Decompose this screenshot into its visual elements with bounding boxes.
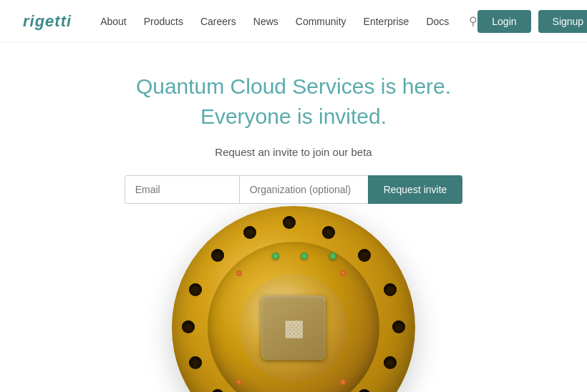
chip-logo-mark: ▩ [283, 315, 304, 340]
chip-center: ▩ [261, 295, 326, 360]
nav-careers[interactable]: Careers [200, 16, 236, 27]
chip-outer-ring: ▩ [172, 206, 415, 392]
email-input[interactable] [125, 175, 239, 204]
site-header: rigetti About Products Careers News Comm… [0, 0, 587, 43]
hero-title-line1: Quantum Cloud Services is here. [136, 74, 451, 98]
search-icon[interactable]: ⚲ [469, 14, 477, 28]
hole [211, 389, 224, 392]
hole [182, 320, 195, 333]
chip-middle-ring: ▩ [208, 242, 379, 392]
quantum-chip-image: ▩ [172, 206, 415, 392]
main-nav: About Products Careers News Community En… [100, 14, 477, 28]
hero-subtitle: Request an invite to join our beta [14, 146, 573, 158]
nav-docs[interactable]: Docs [426, 16, 449, 27]
hole [189, 356, 202, 369]
hole [322, 226, 335, 239]
hero-title: Quantum Cloud Services is here. Everyone… [14, 72, 573, 132]
green-dot [301, 253, 308, 260]
copper-pin [236, 379, 242, 385]
hole [211, 249, 224, 262]
hero-section: Quantum Cloud Services is here. Everyone… [0, 43, 587, 218]
organization-input[interactable] [239, 175, 368, 204]
hole [358, 389, 371, 392]
nav-products[interactable]: Products [144, 16, 183, 27]
invite-form: Request invite [14, 175, 573, 204]
hole [189, 283, 202, 296]
hole [243, 226, 256, 239]
nav-enterprise[interactable]: Enterprise [364, 16, 409, 27]
nav-community[interactable]: Community [296, 16, 346, 27]
hero-title-line2: Everyone is invited. [200, 104, 387, 128]
copper-pin [340, 379, 346, 385]
copper-pin [236, 270, 242, 276]
green-dot [329, 253, 336, 260]
green-dot [272, 253, 279, 260]
nav-about[interactable]: About [100, 16, 127, 27]
request-invite-button[interactable]: Request invite [368, 175, 463, 204]
nav-news[interactable]: News [253, 16, 278, 27]
hole [358, 249, 371, 262]
logo[interactable]: rigetti [23, 12, 72, 31]
signup-button[interactable]: Signup [538, 10, 587, 33]
hole [384, 283, 397, 296]
hole [392, 320, 405, 333]
chip-inner-ring: ▩ [240, 274, 347, 381]
copper-pin [340, 270, 346, 276]
login-button[interactable]: Login [477, 10, 530, 33]
header-buttons: Login Signup [477, 10, 587, 33]
hole [384, 356, 397, 369]
